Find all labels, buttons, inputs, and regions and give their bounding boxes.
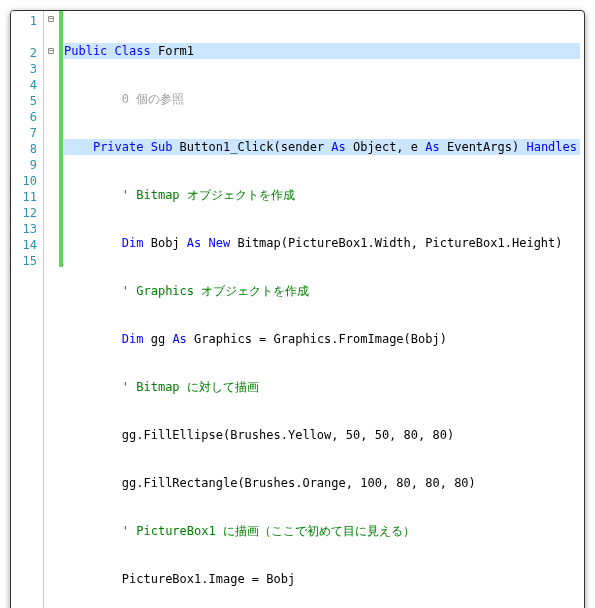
fold-gutter[interactable]: ⊟ ⊟ <box>44 11 58 608</box>
code-editor[interactable]: 1 2 3 4 5 6 7 8 9 10 11 12 13 14 15 ⊟ ⊟ … <box>10 10 585 608</box>
code-content[interactable]: Public Class Form1 0 個の参照 Private Sub Bu… <box>64 11 584 608</box>
codelens-references[interactable]: 0 個の参照 <box>122 92 184 106</box>
line-number-gutter: 1 2 3 4 5 6 7 8 9 10 11 12 13 14 15 <box>11 11 44 608</box>
